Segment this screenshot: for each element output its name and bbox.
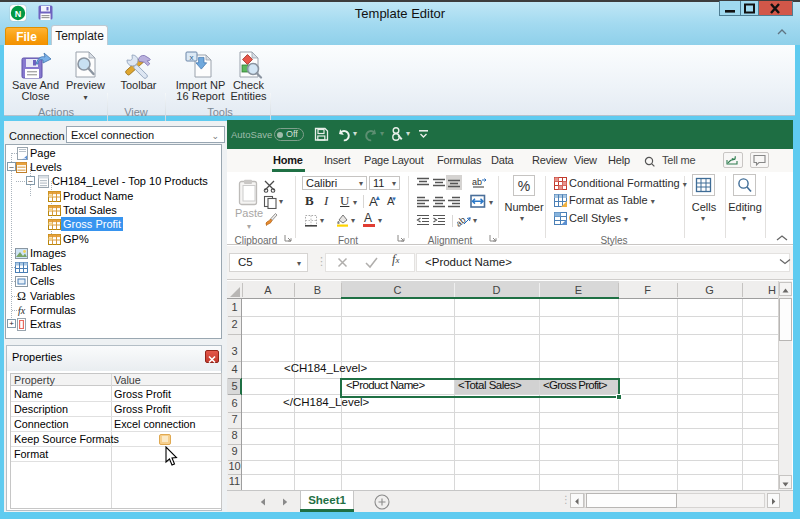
svg-text:ab: ab [457, 215, 468, 227]
svg-text:N: N [15, 9, 22, 19]
svg-text:Ω: Ω [17, 289, 26, 302]
svg-text:x: x [190, 53, 194, 62]
svg-text:ab: ab [472, 177, 482, 187]
svg-text:fx: fx [18, 305, 26, 316]
